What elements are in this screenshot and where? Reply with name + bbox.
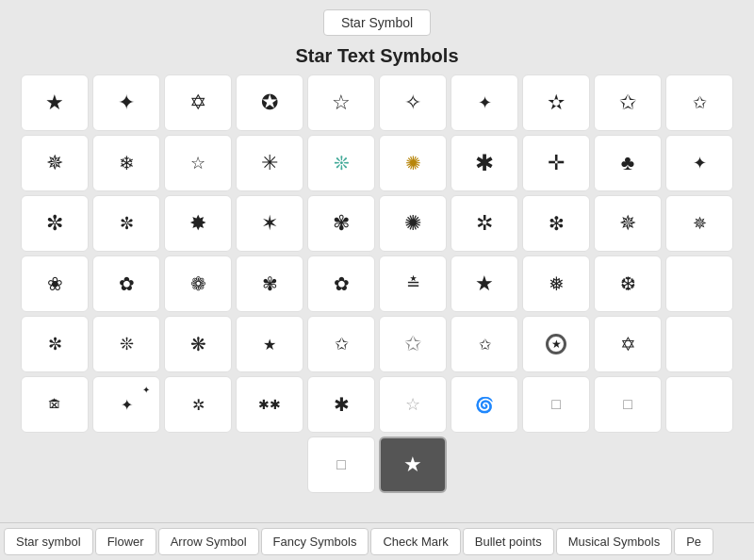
symbol-cell[interactable]: ✱✱ [236, 376, 303, 433]
symbol-cell[interactable]: ✺ [379, 135, 447, 191]
symbol-cell[interactable]: ★ [451, 255, 518, 312]
symbol-cell[interactable]: ✼ [92, 195, 160, 252]
symbol-cell[interactable]: ✸ [164, 195, 232, 252]
symbol-cell[interactable]: ♣ [594, 135, 662, 191]
symbol-cell[interactable]: ✾ [236, 255, 303, 312]
symbol-cell[interactable]: ☆ [307, 74, 375, 131]
extra-cells-row: □ ★ [307, 436, 447, 493]
nav-tab-bullet-points[interactable]: Bullet points [463, 528, 554, 555]
symbol-cell[interactable]: ✩ [307, 316, 375, 372]
symbol-cell[interactable]: ≛ [379, 255, 447, 312]
symbol-cell[interactable]: ☆ [164, 135, 232, 191]
symbol-cell[interactable]: ✳ [236, 135, 303, 191]
symbol-cell[interactable]: ★ [522, 316, 590, 372]
symbol-cell[interactable]: ✵ [665, 195, 733, 252]
symbol-cell[interactable]: ✼ [21, 316, 89, 372]
symbol-cell[interactable]: ✵ [21, 135, 89, 191]
symbol-cell[interactable]: ✩ [451, 316, 518, 372]
symbol-cell[interactable]: ❀ [21, 255, 89, 312]
symbol-cell[interactable] [665, 316, 733, 372]
nav-tab-fancy-symbols[interactable]: Fancy Symbols [261, 528, 369, 555]
symbol-cell[interactable]: ✦ [451, 74, 518, 131]
bottom-navigation: Star symbol Flower Arrow Symbol Fancy Sy… [0, 522, 754, 560]
symbol-cell[interactable]: ❋ [164, 316, 232, 372]
symbol-cell[interactable]: ✦ [665, 135, 733, 191]
symbol-cell[interactable]: ✩ [594, 74, 662, 131]
symbol-cell[interactable]: ✧ [379, 74, 447, 131]
symbol-cell[interactable] [665, 376, 733, 433]
symbol-cell[interactable]: ❄ [92, 135, 160, 191]
nav-tab-arrow-symbol[interactable]: Arrow Symbol [158, 528, 259, 555]
symbol-cell[interactable]: ✱ [307, 376, 375, 433]
symbol-cell[interactable]: ✱ [451, 135, 518, 191]
symbol-cell[interactable]: ✺ [379, 195, 447, 252]
symbol-cell[interactable]: ✦✦ [92, 376, 160, 433]
symbol-cell[interactable]: ✵ [594, 195, 662, 252]
symbol-cell[interactable]: ❅ [522, 255, 590, 312]
symbol-cell[interactable]: ❁ [164, 255, 232, 312]
page-title: Star Text Symbols [295, 45, 458, 67]
symbol-cell[interactable]: ✾ [307, 195, 375, 252]
symbol-cell[interactable]: □ [594, 376, 662, 433]
symbol-cell[interactable]: ★ [236, 316, 303, 372]
symbol-cell[interactable]: ✪ [236, 74, 303, 131]
symbol-cell[interactable]: ❆ [594, 255, 662, 312]
symbol-cell[interactable]: 🌀 [451, 376, 518, 433]
symbol-cell[interactable]: ✡ [164, 74, 232, 131]
symbol-cell[interactable]: ✩ [665, 74, 733, 131]
symbol-cell[interactable]: ✛ [522, 135, 590, 191]
symbol-cell[interactable] [665, 255, 733, 312]
extra-symbol-star[interactable]: ★ [379, 436, 447, 493]
symbol-cell[interactable]: ✩ [379, 316, 447, 372]
nav-tab-pe[interactable]: Pe [674, 528, 713, 555]
symbol-cell[interactable]: ❇ [522, 195, 590, 252]
extra-symbol-empty[interactable]: □ [307, 436, 375, 493]
nav-tab-flower[interactable]: Flower [95, 528, 156, 555]
symbol-grid: ★ ✦ ✡ ✪ ☆ ✧ ✦ ✫ ✩ ✩ ✵ ❄ ☆ ✳ ❊ ✺ ✱ ✛ ♣ ✦ … [13, 74, 741, 433]
nav-tab-star-symbol[interactable]: Star symbol [4, 528, 93, 555]
symbol-cell[interactable]: ✲ [164, 376, 232, 433]
symbol-cell[interactable]: ❊ [92, 316, 160, 372]
nav-tab-check-mark[interactable]: Check Mark [370, 528, 460, 555]
symbol-cell[interactable]: ✲ [451, 195, 518, 252]
nav-tab-musical-symbols[interactable]: Musical Symbols [556, 528, 673, 555]
symbol-cell[interactable]: 🏚 [21, 376, 89, 433]
symbol-cell[interactable]: ✼ [21, 195, 89, 252]
symbol-cell[interactable]: ❊ [307, 135, 375, 191]
symbol-cell[interactable]: ☆ [379, 376, 447, 433]
symbol-cell[interactable]: ✦ [92, 74, 160, 131]
symbol-cell[interactable]: ★ [21, 74, 89, 131]
symbol-cell[interactable]: ✶ [236, 195, 303, 252]
star-symbol-tab[interactable]: Star Symbol [323, 9, 431, 36]
symbol-cell[interactable]: ✿ [307, 255, 375, 312]
symbol-cell[interactable]: □ [522, 376, 590, 433]
symbol-cell[interactable]: ✡ [594, 316, 662, 372]
symbol-cell[interactable]: ✫ [522, 74, 590, 131]
symbol-cell[interactable]: ✿ [92, 255, 160, 312]
